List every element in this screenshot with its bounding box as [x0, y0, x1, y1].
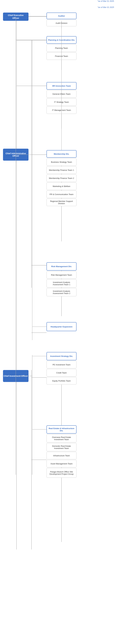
it-strategy-box: IT Strategy Team	[47, 98, 76, 106]
marketing-welfare-box: Marketing & Welfare	[47, 182, 76, 190]
marketing-welfare-label: Marketing & Welfare	[53, 185, 70, 188]
risk-section: Risk Management Div. Risk Management Tea…	[47, 262, 76, 296]
membership-section: Membership Div. Business Strategy Team M…	[47, 150, 76, 206]
general-affairs-box: General Affairs Team	[47, 90, 76, 98]
planning-section: Planning & Coordination Div. Planning Te…	[47, 36, 76, 60]
infrastructure-box: Infrastructure Team	[47, 452, 76, 459]
investment-strategy-box: Investment Strategy Div.	[47, 352, 76, 360]
pe-investment-box: PE Investment Team	[47, 361, 76, 368]
it-strategy-label: IT Strategy Team	[54, 101, 69, 103]
as-of-label: *as of Mar 01 2025	[3, 0, 123, 2]
pangyo-branch-label: Pangyo Branch Office Site Development Pr…	[48, 471, 75, 475]
planning-coord-box: Planning & Coordination Div.	[47, 36, 76, 44]
planning-coord-label: Planning & Coordination Div.	[48, 39, 75, 41]
as-of-text: *as of Mar 01 2025	[0, 6, 126, 8]
audit-division-box: Audit Division	[47, 20, 76, 26]
risk-mgmt-team-label: Risk Management Team	[51, 274, 72, 276]
auditor-label: Auditor	[58, 15, 65, 17]
asset-management-box: Asset Management Team	[47, 460, 76, 467]
investment-analysis-1-box: Investment Analysis Assessment Team 1	[47, 279, 76, 288]
equity-portfolio-box: Equity Portfolio Team	[47, 377, 76, 384]
auditor-box: Auditor	[47, 12, 76, 19]
ceo-label: Chief Executive Officer	[5, 14, 26, 20]
hr-section: HR Innovation Team General Affairs Team …	[47, 82, 76, 114]
hr-innovation-box: HR Innovation Team	[47, 82, 76, 90]
membership-finance-1-label: Membership Finance Team 1	[49, 169, 74, 171]
headquarter-expansion-box: Headquarter Expansion	[47, 322, 76, 331]
equity-portfolio-label: Equity Portfolio Team	[52, 380, 71, 382]
real-estate-div-label: Real Estate & Infrastructure Div.	[48, 427, 75, 432]
regional-member-box: Regional Member Support Division	[47, 198, 76, 206]
it-management-label: IT Management Team	[52, 109, 71, 111]
risk-mgmt-div-box: Risk Management Div.	[47, 262, 76, 270]
headquarter-expansion-label: Headquarter Expansion	[51, 326, 72, 328]
membership-div-box: Membership Div.	[47, 150, 76, 158]
investment-analysis-1-label: Investment Analysis Assessment Team 1	[48, 281, 75, 286]
it-management-box: IT Management Team	[47, 106, 76, 114]
overseas-real-estate-label: Overseas Real Estate Investment Team	[48, 436, 75, 440]
planning-team-box: Planning Team	[47, 44, 76, 52]
ceo-box: Chief Executive Officer	[3, 12, 29, 21]
pangyo-branch-box: Pangyo Branch Office Site Development Pr…	[47, 468, 76, 478]
membership-finance-2-box: Membership Finance Team 2	[47, 174, 76, 182]
domestic-real-estate-label: Domestic Real Estate Investment Team	[48, 445, 75, 450]
business-strategy-label: Business Strategy Team	[51, 161, 72, 163]
risk-mgmt-team-box: Risk Management Team	[47, 271, 76, 279]
page: *as of Mar 01 2025	[0, 0, 126, 2]
financial-team-box: Financial Team	[47, 52, 76, 60]
business-strategy-box: Business Strategy Team	[47, 158, 76, 166]
credit-team-box: Credit Team	[47, 369, 76, 376]
cio-box: Chief Investment Officer	[3, 370, 29, 382]
regional-member-label: Regional Member Support Division	[48, 200, 75, 204]
hq-expansion-section: Headquarter Expansion	[47, 322, 76, 331]
cao-label: Chief Administrative Officer	[3, 152, 28, 157]
general-affairs-label: General Affairs Team	[53, 93, 71, 95]
flow-page: *as of Mar 01 2025	[0, 5, 126, 644]
pr-communication-box: PR & Communication Team	[47, 190, 76, 198]
membership-div-label: Membership Div.	[54, 153, 69, 155]
chart-container: Chief Executive Officer Auditor Audit Di…	[0, 11, 126, 644]
real-estate-div-box: Real Estate & Infrastructure Div.	[47, 425, 76, 434]
membership-finance-2-label: Membership Finance Team 2	[49, 177, 74, 179]
overseas-real-estate-box: Overseas Real Estate Investment Team	[47, 434, 76, 442]
cio-label: Chief Investment Officer	[4, 375, 28, 377]
pe-investment-label: PE Investment Team	[53, 364, 70, 366]
auditor-section: Auditor Audit Division	[47, 12, 76, 26]
asset-management-label: Asset Management Team	[50, 462, 72, 465]
planning-team-label: Planning Team	[55, 47, 68, 49]
cao-box: Chief Administrative Officer	[3, 149, 29, 161]
real-estate-section: Real Estate & Infrastructure Div. Overse…	[47, 425, 76, 478]
credit-team-label: Credit Team	[56, 372, 67, 374]
financial-team-label: Financial Team	[55, 55, 68, 57]
investment-analysis-2-label: Investment Analysis Assessment Team 2	[48, 290, 75, 294]
pr-communication-label: PR & Communication Team	[50, 193, 73, 196]
risk-mgmt-div-label: Risk Management Div.	[51, 265, 72, 268]
investment-strategy-section: Investment Strategy Div. PE Investment T…	[47, 352, 76, 384]
investment-strategy-label: Investment Strategy Div.	[50, 355, 73, 357]
membership-finance-1-box: Membership Finance Team 1	[47, 166, 76, 174]
domestic-real-estate-box: Domestic Real Estate Investment Team	[47, 443, 76, 451]
hr-innovation-label: HR Innovation Team	[52, 85, 71, 87]
audit-division-label: Audit Division	[56, 22, 67, 24]
investment-analysis-2-box: Investment Analysis Assessment Team 2	[47, 288, 76, 296]
infrastructure-label: Infrastructure Team	[53, 454, 70, 457]
